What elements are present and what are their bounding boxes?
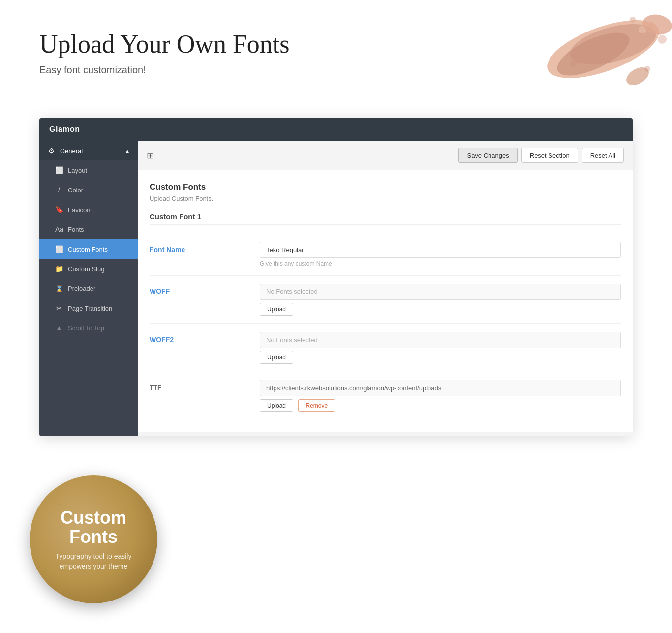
content-toolbar: ⊞ Save Changes Reset Section Reset All <box>138 141 633 170</box>
folder-icon: 📁 <box>55 265 63 273</box>
gear-icon: ⚙ <box>47 147 55 155</box>
sidebar-label-custom-fonts: Custom Fonts <box>68 246 108 253</box>
reset-section-button[interactable]: Reset Section <box>521 148 578 163</box>
sub-section-title: Custom Font 1 <box>150 212 621 225</box>
sidebar-item-favicon[interactable]: 🔖 Favicon <box>39 200 138 220</box>
svg-point-9 <box>644 66 650 72</box>
font-name-input[interactable] <box>260 242 621 258</box>
custom-fonts-icon: ⬜ <box>55 245 63 253</box>
field-label-woff: WOFF <box>150 284 248 295</box>
sidebar-item-page-transition[interactable]: ✂ Page Transition <box>39 298 138 318</box>
field-row-font-name: Font Name Give this any custom Name <box>150 234 621 276</box>
admin-layout: ⚙ General ▲ ⬜ Layout / Color 🔖 Favicon A… <box>39 141 633 436</box>
grid-icon: ⊞ <box>147 150 154 161</box>
hero-decoration <box>495 0 672 118</box>
circle-badge-subtitle: Typography tool to easily empowers your … <box>44 552 143 571</box>
field-row-ttf: TTF Upload Remove <box>150 372 621 420</box>
reset-all-button[interactable]: Reset All <box>582 148 624 163</box>
sidebar-label-fonts: Fonts <box>68 226 84 233</box>
monitor-icon: ⬜ <box>55 166 63 174</box>
sidebar-item-fonts[interactable]: Aa Fonts <box>39 220 138 239</box>
svg-point-3 <box>639 26 646 33</box>
svg-point-8 <box>658 35 667 44</box>
sidebar-label-general: General <box>60 147 83 155</box>
hero-section: Upload Your Own Fonts Easy font customiz… <box>0 0 672 118</box>
svg-point-5 <box>630 17 636 23</box>
preloader-icon: ⌛ <box>55 285 63 292</box>
sidebar-label-favicon: Favicon <box>68 206 91 214</box>
woff2-upload-button[interactable]: Upload <box>260 351 293 364</box>
sidebar-item-color[interactable]: / Color <box>39 180 138 200</box>
sidebar-label-preloader: Preloader <box>68 285 95 292</box>
bookmark-icon: 🔖 <box>55 206 63 214</box>
sidebar-item-custom-fonts[interactable]: ⬜ Custom Fonts <box>39 239 138 259</box>
circle-badge-title: Custom Fonts <box>44 508 143 547</box>
field-input-woff2: No Fonts selected Upload <box>260 332 621 364</box>
field-label-font-name: Font Name <box>150 242 248 253</box>
content-body: Custom Fonts Upload Custom Fonts. Custom… <box>138 170 633 432</box>
font-name-hint: Give this any custom Name <box>260 260 621 267</box>
field-row-woff: WOFF No Fonts selected Upload <box>150 276 621 324</box>
sidebar-item-layout[interactable]: ⬜ Layout <box>39 160 138 180</box>
sidebar-item-general[interactable]: ⚙ General ▲ <box>39 141 138 160</box>
admin-ui-container: Glamon ⚙ General ▲ ⬜ Layout / Color 🔖 Fa… <box>39 118 633 436</box>
sidebar-item-custom-slug[interactable]: 📁 Custom Slug <box>39 259 138 279</box>
hero-subtitle: Easy font customization! <box>39 64 633 76</box>
fonts-icon: Aa <box>55 225 63 233</box>
field-input-font-name: Give this any custom Name <box>260 242 621 267</box>
field-row-woff2: WOFF2 No Fonts selected Upload <box>150 324 621 372</box>
admin-bar: Glamon <box>39 118 633 141</box>
color-icon: / <box>55 186 63 194</box>
save-changes-button[interactable]: Save Changes <box>458 148 517 163</box>
field-input-ttf: Upload Remove <box>260 380 621 412</box>
section-title: Custom Fonts <box>150 182 621 192</box>
sidebar-label-custom-slug: Custom Slug <box>68 265 104 273</box>
ttf-remove-button[interactable]: Remove <box>298 399 335 412</box>
ttf-url-input[interactable] <box>260 380 621 396</box>
admin-bar-title: Glamon <box>49 125 80 134</box>
sidebar-item-preloader[interactable]: ⌛ Preloader <box>39 279 138 298</box>
transition-icon: ✂ <box>55 304 63 312</box>
hero-title: Upload Your Own Fonts <box>39 30 633 59</box>
ttf-upload-button[interactable]: Upload <box>260 399 293 412</box>
woff2-placeholder: No Fonts selected <box>260 332 621 348</box>
sidebar-label-page-transition: Page Transition <box>68 305 112 312</box>
sidebar-item-scroll-to-top[interactable]: ▲ Scroll To Top <box>39 318 138 338</box>
field-input-woff: No Fonts selected Upload <box>260 284 621 316</box>
circle-badge: Custom Fonts Typography tool to easily e… <box>30 475 157 603</box>
sidebar: ⚙ General ▲ ⬜ Layout / Color 🔖 Favicon A… <box>39 141 138 436</box>
sidebar-label-color: Color <box>68 187 83 194</box>
content-area: ⊞ Save Changes Reset Section Reset All C… <box>138 141 633 436</box>
woff-upload-button[interactable]: Upload <box>260 303 293 316</box>
sidebar-label-scroll-to-top: Scroll To Top <box>68 324 104 332</box>
section-subtitle: Upload Custom Fonts. <box>150 195 621 202</box>
arrow-up-icon: ▲ <box>55 324 63 332</box>
svg-point-10 <box>641 12 672 37</box>
woff-placeholder: No Fonts selected <box>260 284 621 300</box>
sidebar-label-layout: Layout <box>68 167 87 174</box>
field-label-ttf: TTF <box>150 380 248 391</box>
chevron-up-icon: ▲ <box>125 148 130 154</box>
field-label-woff2: WOFF2 <box>150 332 248 344</box>
svg-point-4 <box>650 22 655 27</box>
